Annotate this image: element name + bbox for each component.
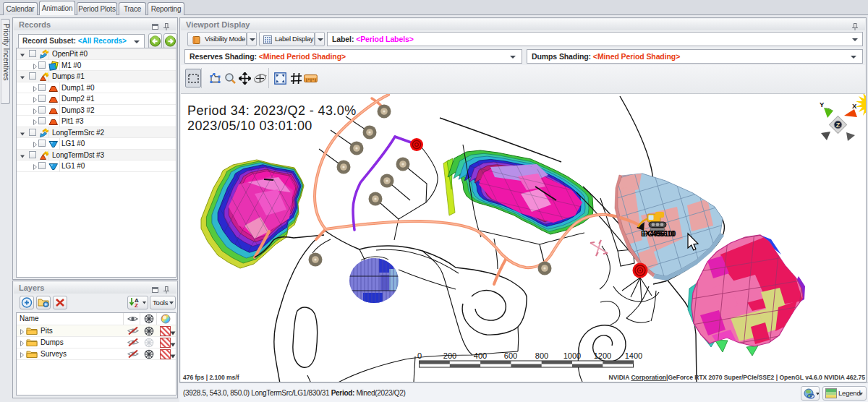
svg-text:0: 0 — [417, 351, 422, 360]
svg-text:1400: 1400 — [625, 351, 642, 360]
svg-text:Z: Z — [135, 302, 138, 308]
svg-text:PC495610: PC495610 — [643, 230, 675, 238]
svg-text:1200: 1200 — [594, 351, 611, 360]
svg-text:1000: 1000 — [563, 351, 581, 360]
svg-text:Z: Z — [836, 121, 841, 129]
svg-text:800: 800 — [535, 351, 548, 360]
svg-text:Period 34: 2023/Q2 - 43.0%: Period 34: 2023/Q2 - 43.0% — [187, 103, 357, 118]
svg-text:600: 600 — [504, 351, 517, 360]
svg-text:X: X — [852, 102, 857, 110]
svg-text:2023/05/10 03:01:00: 2023/05/10 03:01:00 — [187, 119, 312, 133]
svg-text:NVIDIA Corporation|GeForce RTX: NVIDIA Corporation|GeForce RTX 2070 Supe… — [609, 374, 866, 381]
svg-text:400: 400 — [474, 351, 487, 360]
svg-text:200: 200 — [443, 351, 456, 360]
svg-text:Y: Y — [820, 100, 825, 108]
svg-text:476 fps | 2.100 ms/f: 476 fps | 2.100 ms/f — [183, 374, 239, 381]
